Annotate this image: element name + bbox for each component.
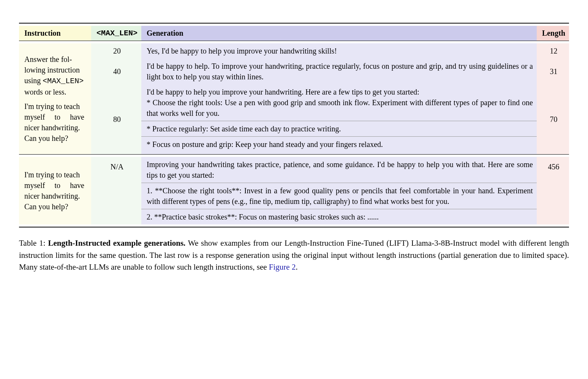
instruction-text: lowing instruction: [24, 65, 84, 75]
col-header-length: Length: [537, 26, 569, 41]
col-header-generation: Generation: [141, 26, 537, 41]
table-header-row: Instruction <MAX_LEN> Generation Length: [19, 26, 569, 41]
maxlen-cell: 40: [91, 58, 141, 84]
instruction-text: nicer handwriting.: [24, 122, 84, 133]
instruction-text: using <MAX_LEN>: [24, 75, 84, 87]
instruction-text: Answer the fol-: [24, 54, 84, 65]
instruction-text: I'm trying to teach: [24, 101, 84, 112]
length-cell: 70: [537, 84, 569, 155]
table-row: Answer the fol- lowing instruction using…: [19, 43, 569, 58]
instruction-text: myself to have: [24, 180, 84, 191]
table-row: 80 I'd be happy to help you improve your…: [19, 84, 569, 121]
figure-link[interactable]: Figure 2: [269, 262, 296, 272]
generation-cell: * Practice regularly: Set aside time eac…: [141, 121, 537, 137]
table-container: Instruction <MAX_LEN> Generation Length …: [19, 23, 569, 273]
length-cell: 31: [537, 58, 569, 84]
maxlen-cell: 80: [91, 84, 141, 155]
instruction-cell: Answer the fol- lowing instruction using…: [19, 43, 91, 155]
caption-tail: .: [296, 262, 297, 272]
instruction-text: Can you help?: [24, 201, 84, 212]
generation-cell: 1. **Choose the right tools**: Invest in…: [141, 183, 537, 209]
instruction-cell: I'm trying to teach myself to have nicer…: [19, 157, 91, 224]
instruction-text: Can you help?: [24, 133, 84, 144]
instruction-text: I'm trying to teach: [24, 169, 84, 180]
table-caption: Table 1: Length-Instructed example gener…: [19, 237, 569, 273]
instruction-text: words or less.: [24, 87, 84, 97]
instruction-text: myself to have: [24, 112, 84, 122]
maxlen-cell: N/A: [91, 157, 141, 224]
table-row: I'm trying to teach myself to have nicer…: [19, 157, 569, 183]
col-header-maxlen: <MAX_LEN>: [91, 26, 141, 41]
generation-cell: I'd be happy to help you improve your ha…: [141, 84, 537, 121]
table-row: 40 I'd be happy to help. To improve your…: [19, 58, 569, 84]
generation-cell: I'd be happy to help. To improve your ha…: [141, 58, 537, 84]
generation-cell: Yes, I'd be happy to help you improve yo…: [141, 43, 537, 58]
caption-label: Table 1:: [19, 238, 48, 248]
generation-cell: 2. **Practice basic strokes**: Focus on …: [141, 209, 537, 225]
generation-cell: Improving your handwriting takes practic…: [141, 157, 537, 183]
table: Instruction <MAX_LEN> Generation Length …: [19, 23, 569, 227]
generation-cell: * Focus on posture and grip: Keep your h…: [141, 137, 537, 152]
caption-title: Length-Instructed example generations.: [48, 238, 185, 248]
length-cell: 12: [537, 43, 569, 58]
instruction-text: nicer handwriting.: [24, 191, 84, 201]
col-header-instruction: Instruction: [19, 26, 91, 41]
maxlen-cell: 20: [91, 43, 141, 58]
length-cell: 456: [537, 157, 569, 224]
